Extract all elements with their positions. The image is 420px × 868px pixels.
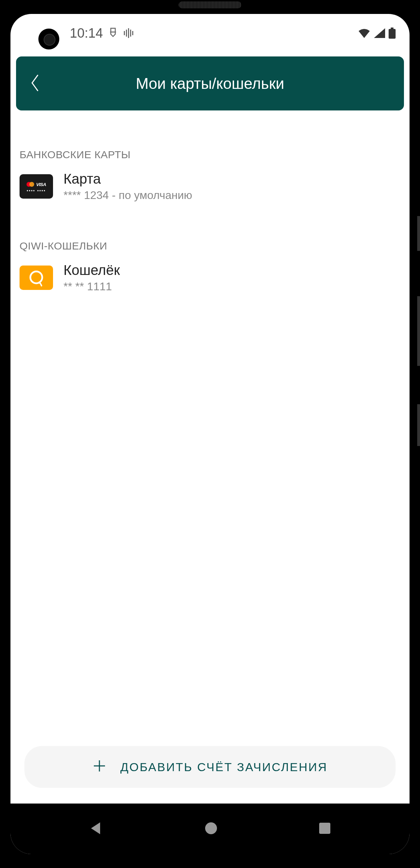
card-item-title: Карта: [63, 171, 192, 187]
card-item[interactable]: VISA •••• •••• Карта **** 1234 - по умол…: [16, 161, 404, 205]
signal-icon: [374, 28, 385, 38]
card-dots: •••• ••••: [27, 189, 46, 193]
status-right: [358, 28, 396, 39]
svg-rect-3: [128, 28, 129, 38]
vibrate-icon: [123, 28, 134, 38]
add-account-label: ДОБАВИТЬ СЧЁТ ЗАЧИСЛЕНИЯ: [120, 760, 328, 774]
nav-home-button[interactable]: [204, 822, 218, 836]
svg-point-8: [30, 271, 42, 283]
plus-icon: [92, 758, 106, 777]
svg-rect-1: [124, 31, 125, 35]
svg-rect-7: [389, 29, 396, 39]
status-bar: 10:14: [10, 14, 410, 52]
device-side-button: [417, 216, 420, 251]
nav-back-button[interactable]: [89, 821, 104, 837]
add-account-button[interactable]: ДОБАВИТЬ СЧЁТ ЗАЧИСЛЕНИЯ: [24, 746, 396, 788]
visa-card-icon: VISA •••• ••••: [20, 174, 53, 199]
wallet-item[interactable]: Кошелёк ** ** 1111: [16, 252, 404, 297]
wallet-item-text: Кошелёк ** ** 1111: [63, 262, 120, 293]
svg-rect-2: [126, 30, 127, 37]
device-speaker: [179, 1, 241, 8]
card-item-subtitle: **** 1234 - по умолчанию: [63, 189, 192, 202]
svg-rect-12: [319, 823, 330, 834]
back-button[interactable]: [30, 74, 40, 93]
section-header-bank-cards: БАНКОВСКИЕ КАРТЫ: [16, 149, 404, 161]
wallet-item-subtitle: ** ** 1111: [63, 280, 120, 293]
svg-rect-4: [130, 30, 131, 37]
visa-logo: VISA: [36, 182, 46, 187]
screen: 10:14: [10, 14, 410, 854]
status-left: 10:14: [70, 26, 134, 41]
nav-recent-button[interactable]: [318, 822, 331, 836]
svg-rect-5: [132, 31, 133, 35]
device-frame: 10:14: [0, 0, 420, 868]
section-header-qiwi: QIWI-КОШЕЛЬКИ: [16, 240, 404, 252]
wallet-item-title: Кошелёк: [63, 262, 120, 278]
app-header: Мои карты/кошельки: [16, 56, 404, 110]
device-side-button: [417, 404, 420, 446]
camera-hole: [38, 29, 59, 49]
page-title: Мои карты/кошельки: [16, 75, 404, 92]
card-item-text: Карта **** 1234 - по умолчанию: [63, 171, 192, 202]
mastercard-icon: [27, 182, 34, 187]
status-time: 10:14: [70, 26, 103, 41]
app-status-icon: [108, 28, 118, 39]
wifi-icon: [358, 28, 370, 38]
qiwi-icon: [20, 266, 53, 290]
svg-rect-6: [391, 28, 393, 29]
spacer: [16, 297, 404, 746]
svg-point-11: [205, 822, 217, 834]
app-content: Мои карты/кошельки БАНКОВСКИЕ КАРТЫ VISA…: [10, 52, 410, 804]
battery-icon: [389, 28, 396, 39]
device-side-button: [417, 296, 420, 366]
navigation-bar: [10, 804, 410, 854]
